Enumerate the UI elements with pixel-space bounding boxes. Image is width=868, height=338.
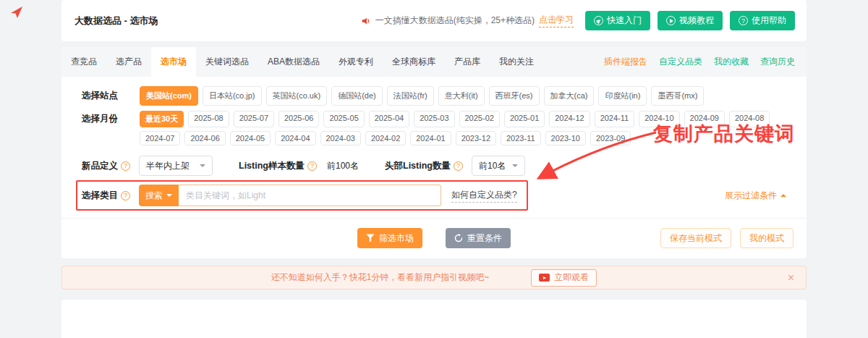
custom-category-help-link[interactable]: 如何自定义品类? (451, 189, 517, 203)
header-buttons: 快速入门 视频教程 ? 使用帮助 (585, 11, 795, 30)
filter-market-label: 筛选市场 (379, 232, 414, 245)
site-filter-label: 选择站点 (82, 90, 140, 102)
reset-conditions-button[interactable]: 重置条件 (446, 228, 511, 248)
month-chip[interactable]: 2024-07 (140, 131, 180, 145)
month-chip[interactable]: 2024-06 (184, 131, 225, 145)
tab[interactable]: 选产品 (106, 47, 151, 77)
tab[interactable]: 我的关注 (490, 47, 543, 77)
month-chips-row1: 最近30天2025-082025-072025-062025-052025-04… (140, 111, 770, 127)
show-filter-conditions-link[interactable]: 展示过滤条件 (725, 190, 786, 202)
category-row: 选择类目 ? 搜索 如何自定义品类? 展示过滤条件 (82, 185, 786, 206)
site-chip[interactable]: 德国站(de) (331, 86, 383, 106)
header-button-label: 使用帮助 (752, 14, 786, 27)
month-chip[interactable]: 2025-08 (188, 111, 229, 127)
chevron-down-icon (200, 164, 205, 167)
new-product-select-value: 半年内上架 (146, 160, 190, 172)
month-chip[interactable]: 2024-01 (410, 131, 451, 145)
month-chip[interactable]: 2024-12 (549, 111, 590, 127)
header-button-icon (594, 16, 603, 25)
tab[interactable]: 外观专利 (329, 47, 383, 77)
tab-link[interactable]: 插件端报告 (604, 56, 647, 68)
filter-market-button[interactable]: 筛选市场 (357, 228, 422, 248)
save-current-mode-label: 保存当前模式 (670, 232, 722, 245)
month-filter-row-2: 2024-072024-062024-052024-042024-032024-… (140, 131, 786, 145)
tab[interactable]: ABA数据选品 (258, 47, 329, 77)
watch-now-button[interactable]: 立即观看 (531, 269, 597, 287)
category-search-group: 搜索 (139, 185, 441, 206)
tab[interactable]: 选市场 (151, 47, 196, 77)
announcement: 一文搞懂大数据选品(纯实操，25+种选品) 点击学习 (361, 14, 574, 28)
question-icon[interactable]: ? (121, 161, 130, 171)
question-icon[interactable]: ? (307, 161, 317, 171)
my-mode-button[interactable]: 我的模式 (740, 228, 793, 248)
month-chip[interactable]: 2024-03 (320, 131, 361, 145)
category-keyword-input[interactable] (179, 185, 441, 206)
topbar-right: 一文搞懂大数据选品(纯实操，25+种选品) 点击学习 快速入门 视频教程 ? 使… (361, 11, 795, 30)
month-chip[interactable]: 最近30天 (140, 111, 184, 127)
tab-link[interactable]: 查询历史 (760, 56, 795, 68)
month-chip[interactable]: 2024-09 (684, 111, 725, 127)
top-bar: 大数据选品 - 选市场 一文搞懂大数据选品(纯实操，25+种选品) 点击学习 快… (61, 0, 807, 41)
tab[interactable]: 全球商标库 (383, 47, 445, 77)
definition-row: 新品定义 ? 半年内上架 Listing样本数量 ? 前100名 头部Listi… (82, 156, 786, 176)
header-button-label: 视频教程 (679, 14, 714, 27)
top-listing-select[interactable]: 前10名 (472, 156, 525, 176)
site-chip[interactable]: 意大利(it) (438, 86, 485, 106)
site-chip[interactable]: 印度站(in) (598, 86, 647, 106)
month-chip[interactable]: 2025-04 (369, 111, 409, 127)
funnel-icon (366, 234, 375, 242)
header-button-icon (666, 16, 676, 25)
announcement-text: 一文搞懂大数据选品(纯实操，25+种选品) (375, 14, 535, 27)
new-product-select[interactable]: 半年内上架 (139, 156, 213, 176)
watch-now-label: 立即观看 (554, 271, 589, 284)
chevron-up-icon (780, 194, 786, 197)
reset-icon (454, 234, 463, 242)
site-chip[interactable]: 法国站(fr) (387, 86, 434, 106)
month-chip[interactable]: 2025-06 (278, 111, 319, 127)
site-chip[interactable]: 英国站(co.uk) (266, 86, 328, 106)
site-chip[interactable]: 加拿大(ca) (544, 86, 595, 106)
content-shell: 大数据选品 - 选市场 一文搞懂大数据选品(纯实操，25+种选品) 点击学习 快… (61, 0, 807, 338)
month-chip[interactable]: 2023-12 (456, 131, 496, 145)
top-listing-label: 头部Listing数量 (385, 160, 451, 172)
month-chip[interactable]: 2024-10 (639, 111, 679, 127)
month-chip[interactable]: 2024-02 (365, 131, 406, 145)
listing-sample-label: Listing样本数量 (239, 160, 305, 172)
tab[interactable]: 关键词选品 (196, 47, 258, 77)
month-chip[interactable]: 2024-08 (729, 111, 770, 127)
site-chip[interactable]: 日本站(co.jp) (203, 86, 262, 106)
month-chip[interactable]: 2024-04 (275, 131, 315, 145)
tab[interactable]: 查竞品 (61, 47, 106, 77)
question-icon[interactable]: ? (454, 161, 463, 171)
close-icon[interactable]: × (788, 272, 794, 284)
month-chip[interactable]: 2025-03 (414, 111, 454, 127)
actions-center: 筛选市场 重置条件 (357, 228, 511, 248)
month-chip[interactable]: 2024-11 (595, 111, 635, 127)
page-title: 大数据选品 - 选市场 (75, 14, 158, 28)
header-green-button[interactable]: 视频教程 (658, 11, 723, 30)
actions-bar: 筛选市场 重置条件 保存当前模式 我的模式 (61, 218, 807, 250)
tab-links: 插件端报告自定义品类我的收藏查询历史 (604, 47, 807, 77)
month-chip[interactable]: 2025-01 (504, 111, 545, 127)
header-green-button[interactable]: ? 使用帮助 (730, 11, 795, 30)
tab-link[interactable]: 我的收藏 (714, 56, 749, 68)
header-green-button[interactable]: 快速入门 (585, 11, 650, 30)
month-chip[interactable]: 2024-05 (230, 131, 271, 145)
top-listing-select-value: 前10名 (479, 160, 506, 172)
tab-link[interactable]: 自定义品类 (659, 56, 702, 68)
search-type-dropdown[interactable]: 搜索 (139, 185, 179, 206)
month-chip[interactable]: 2023-09 (590, 131, 631, 145)
question-icon[interactable]: ? (121, 191, 130, 200)
month-chip[interactable]: 2025-05 (323, 111, 364, 127)
tab[interactable]: 产品库 (445, 47, 490, 77)
site-chip[interactable]: 美国站(com) (140, 86, 198, 106)
banner-text: 还不知道如何入手？快花1分钟，看看新用户指引视频吧~ (271, 271, 490, 284)
announcement-learn-link[interactable]: 点击学习 (539, 14, 574, 28)
month-chip[interactable]: 2023-10 (545, 131, 586, 145)
site-chip[interactable]: 墨西哥(mx) (651, 86, 704, 106)
month-chip[interactable]: 2023-11 (501, 131, 541, 145)
month-chip[interactable]: 2025-02 (459, 111, 500, 127)
site-chip[interactable]: 西班牙(es) (489, 86, 540, 106)
month-chip[interactable]: 2025-07 (234, 111, 274, 127)
save-current-mode-button[interactable]: 保存当前模式 (660, 228, 731, 248)
